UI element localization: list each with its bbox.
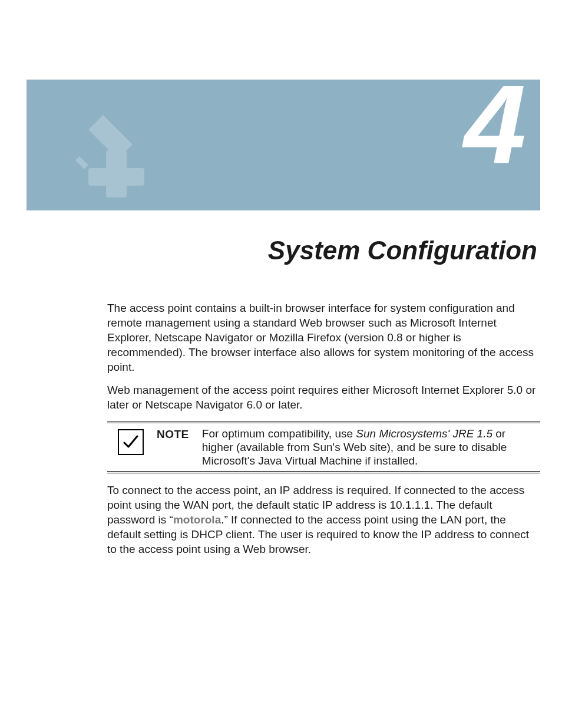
svg-rect-1	[88, 168, 144, 186]
default-password: motorola	[173, 513, 221, 526]
paragraph-2: Web management of the access point requi…	[107, 383, 540, 412]
chapter-title: System Configuration	[268, 236, 537, 265]
note-body-a: For optimum compatibility, use	[202, 427, 356, 440]
note-block: NOTE For optimum compatibility, use Sun …	[107, 421, 540, 474]
paragraph-1: The access point contains a built-in bro…	[107, 301, 540, 374]
banner-decoration	[68, 91, 174, 209]
paragraph-3: To connect to the access point, an IP ad…	[107, 483, 540, 556]
chapter-number: 4	[464, 80, 523, 180]
content-body: The access point contains a built-in bro…	[107, 301, 540, 565]
note-body-italic: Sun Microsystems' JRE 1.5	[356, 427, 492, 440]
checkmark-icon	[118, 429, 144, 455]
note-body: For optimum compatibility, use Sun Micro…	[202, 427, 540, 468]
note-label: NOTE	[157, 427, 189, 441]
chapter-banner: 4	[27, 80, 540, 210]
